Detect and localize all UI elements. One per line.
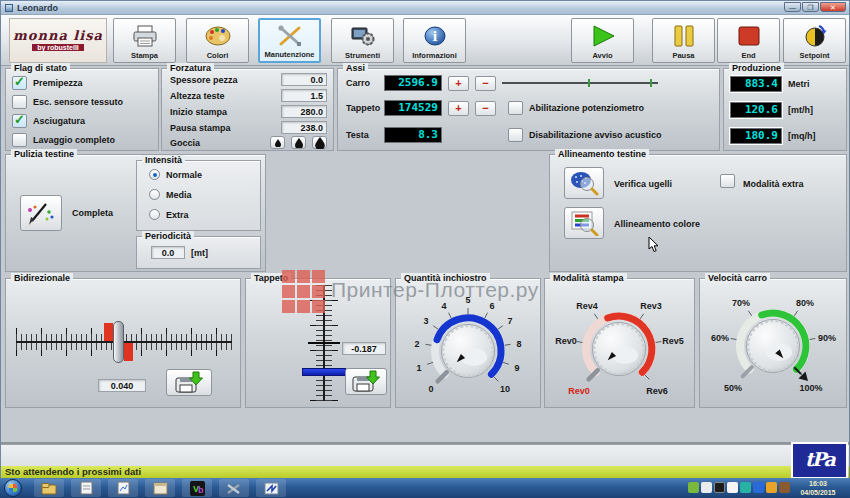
lavaggio-label: Lavaggio completo: [33, 135, 115, 145]
status-message: Sto attendendo i prossimi dati: [5, 466, 141, 477]
tappeto-minus-button[interactable]: −: [475, 101, 496, 116]
tappeto-plus-button[interactable]: +: [448, 101, 469, 116]
speed-label-70: 70%: [732, 298, 750, 308]
normale-radio[interactable]: [149, 169, 160, 180]
tray-icon[interactable]: [740, 482, 751, 493]
allineamento-colore-label: Allineamento colore: [614, 219, 700, 229]
inizio-field[interactable]: 280.0: [281, 105, 327, 118]
tappeto-slider-handle[interactable]: [302, 368, 346, 376]
taskbar-app-3[interactable]: [108, 479, 138, 497]
strumenti-icon: [350, 21, 376, 51]
brand-name: monna lisa: [13, 30, 103, 42]
flag-di-stato-panel: Flag di stato Premipezza Esc. sensore te…: [5, 68, 159, 151]
taskbar-app-6[interactable]: [219, 479, 249, 497]
manutenzione-label: Manutenzione: [265, 50, 315, 59]
extra-radio[interactable]: [149, 209, 160, 220]
bidirezionale-value-field[interactable]: 0.040: [98, 379, 146, 392]
tappeto-ruler[interactable]: [302, 285, 346, 401]
carro-slider[interactable]: [502, 78, 658, 88]
modalita-extra-checkbox[interactable]: [720, 174, 735, 188]
setpoint-button[interactable]: Setpoint: [783, 18, 846, 63]
bidirezionale-save-button[interactable]: [166, 369, 212, 396]
close-button[interactable]: ✕: [820, 2, 846, 12]
avviso-acustico-checkbox[interactable]: [508, 128, 523, 142]
taskbar-app-5[interactable]: Vb: [182, 479, 212, 497]
bidirezionale-ruler[interactable]: [16, 321, 232, 363]
goccia-small-button[interactable]: [270, 136, 285, 149]
bidirezionale-title: Bidirezionale: [11, 273, 73, 284]
pausa-stampa-field[interactable]: 238.0: [281, 121, 327, 134]
periodicita-field[interactable]: 0.0: [151, 246, 185, 259]
allineamento-colore-button[interactable]: [564, 207, 604, 239]
tray-icon[interactable]: [688, 482, 699, 493]
potenziometro-checkbox[interactable]: [508, 101, 523, 115]
premipezza-checkbox[interactable]: [12, 76, 27, 90]
tray-icon[interactable]: [753, 482, 764, 493]
tappeto-save-button[interactable]: [345, 368, 387, 395]
color-align-icon: [568, 210, 600, 236]
strumenti-button[interactable]: Strumenti: [331, 18, 394, 63]
ink-label-7: 7: [507, 316, 512, 326]
arrow-app-icon: [264, 482, 279, 495]
maximize-button[interactable]: ❐: [802, 2, 819, 12]
tray-icon[interactable]: [714, 482, 725, 493]
start-button[interactable]: [4, 479, 22, 497]
ruler-red-mark-right: [124, 343, 133, 361]
nozzle-check-icon: [568, 170, 600, 196]
carro-plus-button[interactable]: +: [448, 76, 469, 91]
speed-label-50: 50%: [724, 383, 742, 393]
asciugatura-checkbox[interactable]: [12, 114, 27, 128]
informazioni-button[interactable]: i Informazioni: [403, 18, 466, 63]
media-radio[interactable]: [149, 189, 160, 200]
avvio-label: Avvio: [592, 51, 612, 60]
drop-large-icon: [315, 137, 325, 149]
colori-button[interactable]: Colori: [186, 18, 249, 63]
tray-icon[interactable]: [766, 482, 777, 493]
colori-label: Colori: [207, 51, 229, 60]
altezza-field[interactable]: 1.5: [281, 89, 327, 102]
clock-time: 16:03: [792, 479, 844, 488]
taskbar-app-1[interactable]: [34, 479, 64, 497]
ink-label-0: 0: [428, 384, 433, 394]
avvio-button[interactable]: Avvio: [571, 18, 634, 63]
ink-label-8: 8: [516, 339, 521, 349]
play-icon: [589, 21, 617, 51]
tray-icon[interactable]: [701, 482, 712, 493]
spessore-field[interactable]: 0.0: [281, 73, 327, 86]
goccia-medium-button[interactable]: [291, 136, 306, 149]
window-app-icon: [153, 482, 168, 495]
verifica-ugelli-button[interactable]: [564, 167, 604, 199]
pulizia-completa-button[interactable]: [20, 195, 62, 231]
media-label: Media: [166, 190, 192, 200]
manutenzione-button[interactable]: Manutenzione: [258, 18, 321, 63]
mth-unit: [mt/h]: [788, 105, 813, 115]
sensore-tessuto-label: Esc. sensore tessuto: [33, 97, 123, 107]
tappeto-display: 174529: [384, 100, 442, 116]
brand-logo: monna lisa by robustelli: [9, 18, 107, 63]
taskbar-app-7[interactable]: [256, 479, 286, 497]
goccia-large-button[interactable]: [312, 136, 327, 149]
pausa-button[interactable]: Pausa: [652, 18, 715, 63]
sensore-tessuto-checkbox[interactable]: [12, 95, 27, 109]
speed-label-100: 100%: [799, 383, 822, 393]
setpoint-icon: [802, 21, 828, 51]
tray-icon[interactable]: [779, 482, 790, 493]
tappeto-slider-panel: Tappeto -0.187: [245, 278, 391, 408]
taskbar-app-2[interactable]: [71, 479, 101, 497]
tappeto-label: Tappeto: [346, 103, 378, 113]
taskbar-app-4[interactable]: [145, 479, 175, 497]
minimize-button[interactable]: —: [784, 2, 801, 12]
assi-title: Assi: [343, 63, 368, 74]
end-label: End: [741, 51, 755, 60]
rev-label-right: Rev5: [662, 336, 684, 346]
save-icon: [174, 371, 204, 394]
carro-minus-button[interactable]: −: [475, 76, 496, 91]
taskbar-clock[interactable]: 16:03 04/05/2015: [792, 479, 844, 497]
end-button[interactable]: End: [717, 18, 780, 63]
bidirezionale-slider-handle[interactable]: [113, 321, 124, 363]
lavaggio-checkbox[interactable]: [12, 133, 27, 147]
stampa-button[interactable]: Stampa: [113, 18, 176, 63]
pliers-icon: [226, 482, 242, 495]
tappeto-value-field[interactable]: -0.187: [342, 342, 386, 355]
tray-icon[interactable]: [727, 482, 738, 493]
